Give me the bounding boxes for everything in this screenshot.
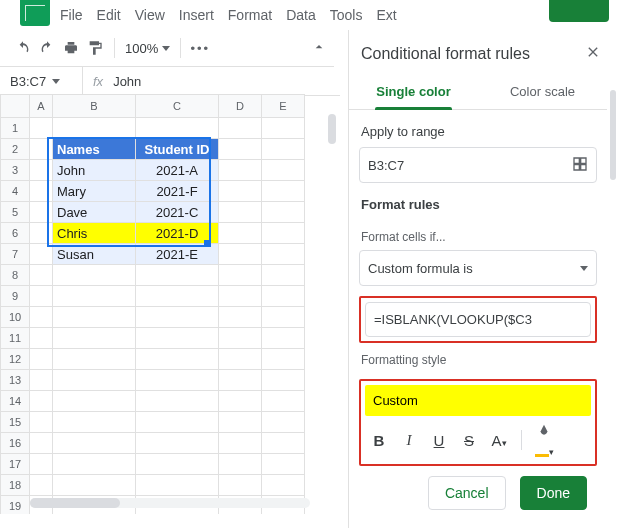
bold-button[interactable]: B (369, 432, 389, 449)
menu-edit[interactable]: Edit (97, 7, 121, 23)
close-icon[interactable] (585, 44, 601, 64)
apply-to-range-input[interactable]: B3:C7 (359, 147, 597, 183)
select-range-icon[interactable] (572, 156, 588, 175)
cell[interactable] (219, 475, 262, 496)
cell[interactable] (136, 391, 219, 412)
undo-icon[interactable] (14, 39, 32, 57)
cell[interactable] (262, 265, 305, 286)
cell[interactable]: Mary (53, 181, 136, 202)
cell[interactable] (219, 160, 262, 181)
cell[interactable] (262, 433, 305, 454)
cell[interactable]: 2021-A (136, 160, 219, 181)
cell[interactable] (262, 244, 305, 265)
share-button[interactable] (549, 0, 609, 22)
menu-tools[interactable]: Tools (330, 7, 363, 23)
cell[interactable]: Chris (53, 223, 136, 244)
cell[interactable] (30, 139, 53, 160)
cell[interactable] (30, 118, 53, 139)
cell[interactable] (262, 181, 305, 202)
menu-insert[interactable]: Insert (179, 7, 214, 23)
custom-formula-input[interactable]: =ISBLANK(VLOOKUP($C3 (365, 302, 591, 337)
cell[interactable] (219, 139, 262, 160)
cell[interactable]: Names (53, 139, 136, 160)
cell[interactable] (136, 286, 219, 307)
row-header[interactable]: 11 (1, 328, 30, 349)
cell[interactable] (53, 412, 136, 433)
cell[interactable] (262, 118, 305, 139)
row-header[interactable]: 4 (1, 181, 30, 202)
cell[interactable] (30, 328, 53, 349)
name-box[interactable]: B3:C7 (0, 67, 83, 95)
cell[interactable] (262, 412, 305, 433)
strikethrough-button[interactable]: S (459, 432, 479, 449)
row-header[interactable]: 3 (1, 160, 30, 181)
col-header[interactable]: D (219, 95, 262, 118)
condition-select[interactable]: Custom formula is (359, 250, 597, 286)
cell[interactable] (30, 244, 53, 265)
cell[interactable]: Dave (53, 202, 136, 223)
underline-button[interactable]: U (429, 432, 449, 449)
cell[interactable] (219, 454, 262, 475)
cell[interactable] (30, 160, 53, 181)
cell[interactable] (219, 391, 262, 412)
more-icon[interactable]: ••• (191, 39, 209, 57)
cell[interactable] (219, 223, 262, 244)
cell[interactable] (219, 118, 262, 139)
col-header[interactable]: B (53, 95, 136, 118)
cell[interactable] (219, 202, 262, 223)
italic-button[interactable]: I (399, 432, 419, 449)
cell[interactable] (219, 433, 262, 454)
row-header[interactable]: 14 (1, 391, 30, 412)
cell[interactable] (219, 181, 262, 202)
cell[interactable] (219, 370, 262, 391)
cell[interactable] (262, 349, 305, 370)
zoom-select[interactable]: 100% (125, 41, 170, 56)
cell[interactable] (30, 391, 53, 412)
cell[interactable] (262, 391, 305, 412)
cell[interactable] (30, 307, 53, 328)
cell[interactable] (262, 475, 305, 496)
cell[interactable] (136, 454, 219, 475)
tab-color-scale[interactable]: Color scale (478, 76, 607, 109)
cell[interactable] (53, 286, 136, 307)
cell[interactable]: 2021-F (136, 181, 219, 202)
cell[interactable]: 2021-C (136, 202, 219, 223)
row-header[interactable]: 9 (1, 286, 30, 307)
cell[interactable] (30, 265, 53, 286)
row-header[interactable]: 6 (1, 223, 30, 244)
cell[interactable] (30, 202, 53, 223)
cell[interactable] (30, 286, 53, 307)
cell[interactable] (136, 118, 219, 139)
row-header[interactable]: 15 (1, 412, 30, 433)
cell[interactable] (262, 160, 305, 181)
cell[interactable] (53, 328, 136, 349)
cell[interactable] (262, 223, 305, 244)
col-header[interactable]: C (136, 95, 219, 118)
row-header[interactable]: 5 (1, 202, 30, 223)
formula-bar[interactable]: John (113, 74, 141, 89)
cell[interactable] (136, 307, 219, 328)
done-button[interactable]: Done (520, 476, 587, 510)
cell[interactable] (30, 349, 53, 370)
cell[interactable]: Susan (53, 244, 136, 265)
row-header[interactable]: 10 (1, 307, 30, 328)
cell[interactable] (219, 328, 262, 349)
cell[interactable] (219, 307, 262, 328)
cell[interactable] (30, 223, 53, 244)
collapse-toolbar-icon[interactable] (310, 38, 328, 56)
horizontal-scrollbar[interactable] (30, 498, 310, 508)
cell[interactable] (30, 412, 53, 433)
menu-ext[interactable]: Ext (376, 7, 396, 23)
row-header[interactable]: 7 (1, 244, 30, 265)
col-header[interactable]: E (262, 95, 305, 118)
row-header[interactable]: 12 (1, 349, 30, 370)
spreadsheet-grid[interactable]: ABCDE12NamesStudent ID3John2021-A4Mary20… (0, 94, 340, 514)
cell[interactable] (262, 328, 305, 349)
cell[interactable] (53, 433, 136, 454)
redo-icon[interactable] (38, 39, 56, 57)
cell[interactable] (219, 265, 262, 286)
row-header[interactable]: 13 (1, 370, 30, 391)
row-header[interactable]: 19 (1, 496, 30, 515)
menu-view[interactable]: View (135, 7, 165, 23)
menu-data[interactable]: Data (286, 7, 316, 23)
